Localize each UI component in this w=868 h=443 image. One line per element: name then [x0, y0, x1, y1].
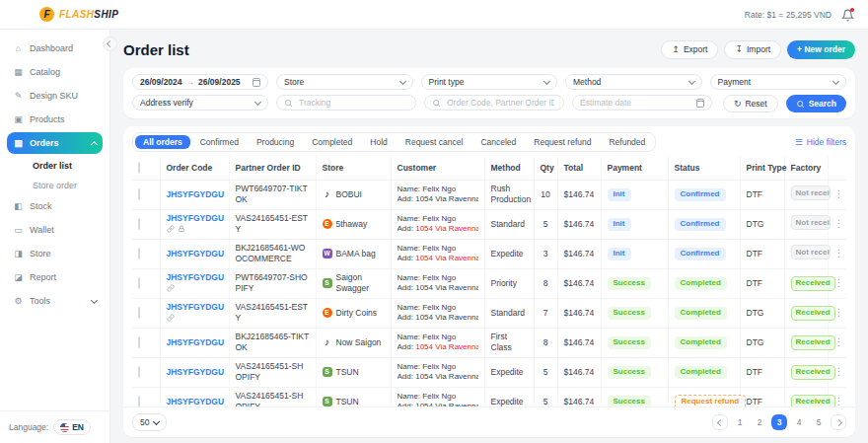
tab-request-refund[interactable]: Request refund	[526, 135, 599, 149]
column-header-store: Store	[316, 156, 391, 180]
select-all-checkbox[interactable]	[138, 162, 140, 174]
page-button-5[interactable]: 5	[811, 414, 827, 430]
page-button-3[interactable]: 3	[771, 414, 787, 430]
print-type-filter[interactable]: Print type	[421, 74, 558, 90]
tab-request-cancel[interactable]: Request cancel	[398, 135, 471, 149]
language-selector[interactable]: EN	[53, 419, 91, 435]
tab-hold[interactable]: Hold	[362, 135, 395, 149]
export-button[interactable]: ↥Export	[661, 40, 718, 59]
row-checkbox[interactable]	[138, 218, 140, 230]
customer-address-label: Add:	[398, 342, 416, 351]
method-filter[interactable]: Method	[565, 74, 702, 90]
sidebar-subitem-store-order[interactable]: Store order	[7, 176, 103, 195]
sidebar-item-products[interactable]: ▣Products	[7, 109, 103, 130]
import-button[interactable]: ↧Import	[724, 40, 781, 59]
import-icon: ↧	[735, 44, 743, 54]
hide-filters-link[interactable]: ☰ Hide filters	[795, 137, 846, 147]
row-checkbox[interactable]	[138, 277, 140, 289]
sidebar-item-report[interactable]: ◪Report	[7, 266, 103, 288]
order-code-link[interactable]: JHSYFGYDGU	[167, 302, 223, 313]
sidebar-item-catalog[interactable]: ▦Catalog	[7, 61, 103, 83]
design-sku-icon: ✎	[13, 91, 24, 101]
cell-status: Confirmed	[668, 180, 740, 209]
sidebar-item-design-sku[interactable]: ✎Design SKU	[7, 85, 103, 107]
prev-page-button[interactable]	[712, 414, 728, 430]
tracking-input[interactable]	[297, 97, 408, 109]
cell-status: Completed	[668, 298, 740, 328]
page-size-select[interactable]: 50	[132, 413, 167, 431]
customer-address-label: Add:	[398, 224, 416, 233]
cell-status: Confirmed	[668, 209, 740, 239]
row-checkbox[interactable]	[138, 188, 140, 200]
tab-canceled[interactable]: Canceled	[472, 135, 524, 149]
page-button-2[interactable]: 2	[752, 414, 767, 430]
tab-producing[interactable]: Producing	[249, 135, 302, 149]
row-checkbox[interactable]	[138, 307, 140, 319]
order-code-link[interactable]: JHSYFGYDGU	[167, 397, 223, 406]
sidebar-item-orders[interactable]: ▤Orders	[7, 132, 103, 154]
page-button-1[interactable]: 1	[732, 414, 748, 430]
cell-store: STSUN	[316, 357, 391, 387]
status-badge: Completed	[675, 366, 727, 379]
cell-select	[132, 328, 160, 357]
cell-order-code: JHSYFGYDGU	[160, 328, 229, 357]
customer-address-value: 1054 Via Ravenna...	[415, 194, 477, 203]
cell-total: $146.74	[557, 387, 601, 406]
row-checkbox[interactable]	[138, 366, 140, 378]
customer-name: Name: Felix Ngo	[398, 303, 478, 313]
row-menu-button[interactable]: ⋮	[828, 180, 846, 209]
table-wrapper: Order CodePartner Order IDStoreCustomerM…	[123, 156, 855, 406]
cell-status: Confirmed	[668, 239, 740, 268]
row-checkbox[interactable]	[138, 396, 140, 406]
row-menu-button[interactable]: ⋮	[828, 209, 846, 239]
new-order-button[interactable]: + New order	[787, 40, 855, 59]
payment-filter[interactable]: Payment	[710, 74, 847, 90]
search-button[interactable]: Search	[786, 95, 846, 112]
row-menu-button[interactable]: ⋮	[828, 239, 846, 268]
cell-order-code: JHSYFGYDGU	[160, 268, 229, 298]
notification-bell-icon[interactable]	[841, 8, 854, 21]
cell-payment: Success	[601, 357, 668, 387]
tab-refunded[interactable]: Refunded	[601, 135, 653, 149]
status-badge: Completed	[675, 277, 727, 290]
table-footer: 50 12345	[123, 406, 855, 437]
sidebar-item-wallet[interactable]: ▭Wallet	[7, 219, 103, 241]
column-header-payment: Payment	[601, 156, 668, 180]
cell-select	[132, 239, 160, 268]
sidebar-item-tools[interactable]: ⚙Tools	[7, 290, 103, 312]
sidebar-item-stock[interactable]: ◧Stock	[7, 195, 103, 217]
sidebar-subitem-order-list[interactable]: Order list	[7, 156, 103, 176]
next-page-button[interactable]	[831, 414, 846, 430]
cell-customer: Name: Felix NgoAdd: 1054 Via Ravenna...	[391, 357, 484, 387]
sidebar-item-label: Products	[30, 114, 65, 124]
estimate-date-filter[interactable]: Estimate date	[572, 95, 712, 111]
sidebar-collapse-button[interactable]	[103, 37, 117, 51]
reset-button[interactable]: ↻Reset	[723, 95, 778, 112]
date-range-filter[interactable]: 26/09/2024 → 26/09/2025	[132, 74, 268, 90]
tracking-search	[276, 95, 416, 111]
column-header-print-type: Print Type	[740, 156, 784, 180]
order-code-link[interactable]: JHSYFGYDGU	[167, 337, 223, 348]
sidebar-item-store[interactable]: ◨Store	[7, 243, 103, 264]
order-code-link[interactable]: JHSYFGYDGU	[167, 367, 223, 378]
tab-confirmed[interactable]: Confirmed	[192, 135, 247, 149]
cell-partner-order-id: VAS24165451-SHOPIFY	[229, 357, 316, 387]
order-code-link[interactable]: JHSYFGYDGU	[167, 272, 223, 283]
row-checkbox[interactable]	[138, 248, 140, 259]
customer-name-label: Name:	[398, 185, 423, 193]
sidebar-item-dashboard[interactable]: ⌂Dashboard	[7, 37, 103, 59]
order-code-link[interactable]: JHSYFGYDGU	[167, 189, 223, 200]
cell-total: $146.74	[557, 209, 601, 239]
store-filter[interactable]: Store	[276, 74, 413, 90]
cell-factory: Not received	[784, 180, 828, 209]
page-button-4[interactable]: 4	[791, 414, 807, 430]
tab-all-orders[interactable]: All orders	[135, 135, 190, 149]
order-code-input[interactable]	[445, 97, 556, 109]
tab-completed[interactable]: Completed	[304, 135, 360, 149]
order-code-link[interactable]: JHSYFGYDGU	[167, 249, 223, 259]
order-code-link[interactable]: JHSYFGYDGU	[167, 213, 223, 224]
store-cell: E5thaway	[323, 219, 385, 230]
row-checkbox[interactable]	[138, 336, 140, 348]
address-verify-filter[interactable]: Address verify	[132, 95, 268, 111]
search-icon	[432, 99, 441, 108]
